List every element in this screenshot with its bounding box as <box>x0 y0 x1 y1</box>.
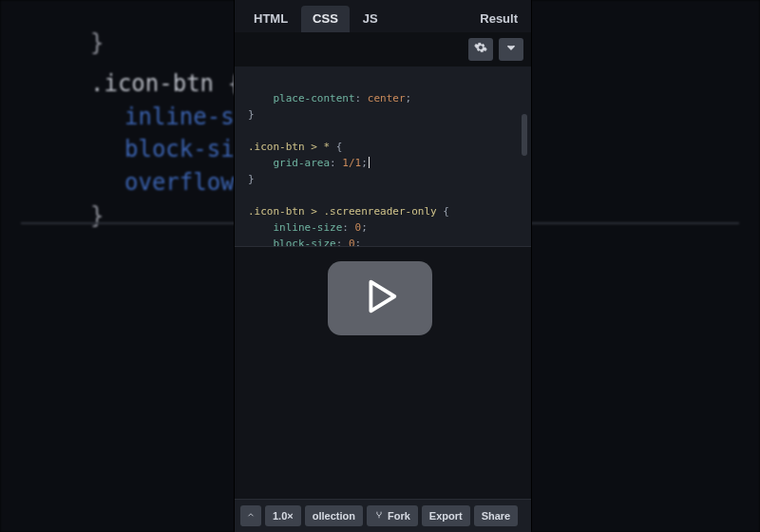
bottom-bar: 1.0× ollection Fork Export Share <box>235 499 531 532</box>
fork-button[interactable]: Fork <box>367 505 418 526</box>
text-caret <box>369 157 370 168</box>
chevron-down-icon <box>504 41 518 58</box>
fork-icon <box>374 510 384 522</box>
collection-button[interactable]: ollection <box>305 505 363 526</box>
share-button[interactable]: Share <box>474 505 519 526</box>
chevron-up-icon <box>246 510 256 522</box>
gear-icon <box>474 41 487 58</box>
expand-button[interactable] <box>499 38 523 61</box>
bg-selector: .icon-btn <box>90 70 214 97</box>
bg-prop: overflow <box>124 169 235 196</box>
bg-brace: } <box>90 29 104 56</box>
code-editor[interactable]: place-content: center; } .icon-btn > * {… <box>235 66 531 247</box>
fork-label: Fork <box>388 510 410 522</box>
editor-toolbar <box>235 32 531 66</box>
bg-brace: } <box>90 202 104 229</box>
zoom-button[interactable]: 1.0× <box>265 505 301 526</box>
console-toggle-button[interactable] <box>240 505 261 526</box>
tab-result[interactable]: Result <box>468 6 523 32</box>
tab-js[interactable]: JS <box>352 6 390 32</box>
export-button[interactable]: Export <box>422 505 470 526</box>
play-button[interactable] <box>328 261 432 335</box>
bg-prop: block-si <box>124 136 235 162</box>
svg-marker-0 <box>370 281 394 311</box>
play-icon <box>358 275 402 322</box>
tab-css[interactable]: CSS <box>301 6 350 32</box>
tab-bar: HTML CSS JS Result <box>235 0 531 32</box>
editor-scrollbar[interactable] <box>522 114 527 156</box>
bg-prop: inline-s <box>124 104 235 130</box>
settings-button[interactable] <box>468 38 493 61</box>
tab-html[interactable]: HTML <box>242 6 299 32</box>
